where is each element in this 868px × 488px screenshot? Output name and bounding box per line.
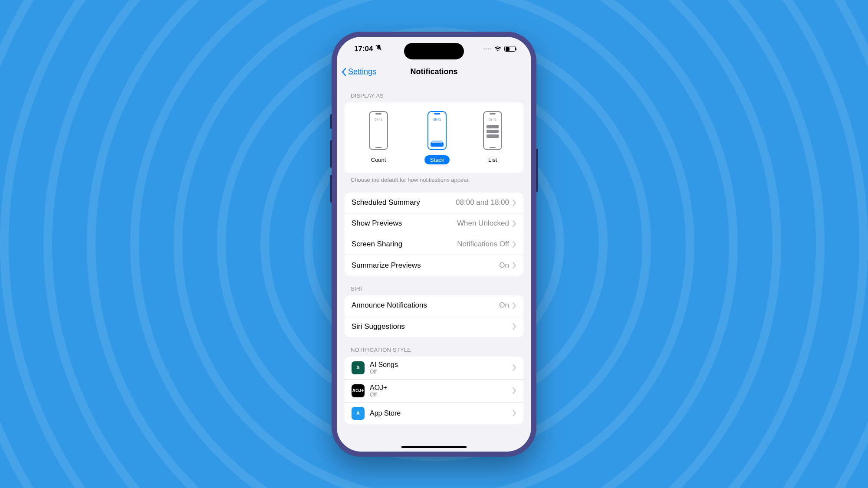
cellular-icon	[483, 48, 491, 49]
app-name: AOJ+	[370, 384, 507, 392]
home-indicator[interactable]	[401, 446, 467, 448]
content-area[interactable]: DISPLAY AS 09:41 Count 09:4	[337, 83, 531, 452]
chevron-right-icon	[513, 200, 516, 206]
chevron-right-icon	[513, 220, 516, 227]
app-row-app-store[interactable]: A App Store	[345, 403, 523, 424]
wifi-icon	[494, 46, 502, 52]
back-button[interactable]: Settings	[341, 67, 376, 76]
display-option-label: Count	[365, 155, 392, 164]
back-label: Settings	[348, 67, 376, 76]
chevron-right-icon	[513, 262, 516, 269]
dynamic-island	[404, 43, 464, 59]
row-screen-sharing[interactable]: Screen Sharing Notifications Off	[345, 234, 523, 255]
chevron-right-icon	[513, 364, 516, 371]
display-option-count[interactable]: 09:41 Count	[365, 111, 392, 164]
display-option-label: Stack	[424, 155, 450, 164]
phone-frame: 17:04 Settings Notifications DISPLAY	[332, 32, 536, 457]
chevron-right-icon	[513, 302, 516, 309]
silent-icon	[375, 44, 382, 53]
app-status: Off	[370, 369, 507, 375]
app-row-aoj-plus[interactable]: AOJ+ AOJ+ Off	[345, 380, 523, 403]
row-scheduled-summary[interactable]: Scheduled Summary 08:00 and 18:00	[345, 193, 523, 213]
siri-header: SIRI	[345, 276, 523, 295]
display-as-header: DISPLAY AS	[345, 83, 523, 102]
row-announce-notifications[interactable]: Announce Notifications On	[345, 295, 523, 316]
chevron-right-icon	[513, 241, 516, 248]
app-icon: A	[352, 407, 365, 420]
display-option-list[interactable]: 09:41 List	[483, 111, 503, 164]
chevron-right-icon	[513, 410, 516, 416]
app-icon: AOJ+	[352, 384, 365, 397]
display-option-stack[interactable]: 09:41 Stack	[424, 111, 450, 164]
phone-screen: 17:04 Settings Notifications DISPLAY	[337, 37, 531, 452]
chevron-right-icon	[513, 387, 516, 394]
display-as-footer: Choose the default for how notifications…	[345, 173, 523, 183]
row-show-previews[interactable]: Show Previews When Unlocked	[345, 213, 523, 234]
preferences-card: Scheduled Summary 08:00 and 18:00 Show P…	[345, 193, 523, 276]
navigation-bar: Settings Notifications	[337, 61, 531, 83]
app-name: App Store	[370, 409, 507, 417]
app-name: AI Songs	[370, 361, 507, 369]
status-time: 17:04	[354, 45, 373, 53]
app-status: Off	[370, 392, 507, 398]
battery-icon	[504, 46, 516, 52]
page-title: Notifications	[410, 67, 457, 76]
app-row-ai-songs[interactable]: S AI Songs Off	[345, 357, 523, 380]
siri-card: Announce Notifications On Siri Suggestio…	[345, 295, 523, 337]
app-icon: S	[352, 361, 365, 374]
row-siri-suggestions[interactable]: Siri Suggestions	[345, 316, 523, 337]
notification-style-card: S AI Songs Off AOJ+ AOJ+ Off A	[345, 357, 523, 424]
notification-style-header: NOTIFICATION STYLE	[345, 337, 523, 357]
row-summarize-previews[interactable]: Summarize Previews On	[345, 255, 523, 276]
display-as-card: 09:41 Count 09:41 Stack	[345, 102, 523, 173]
display-option-label: List	[483, 155, 503, 164]
chevron-right-icon	[513, 323, 516, 330]
